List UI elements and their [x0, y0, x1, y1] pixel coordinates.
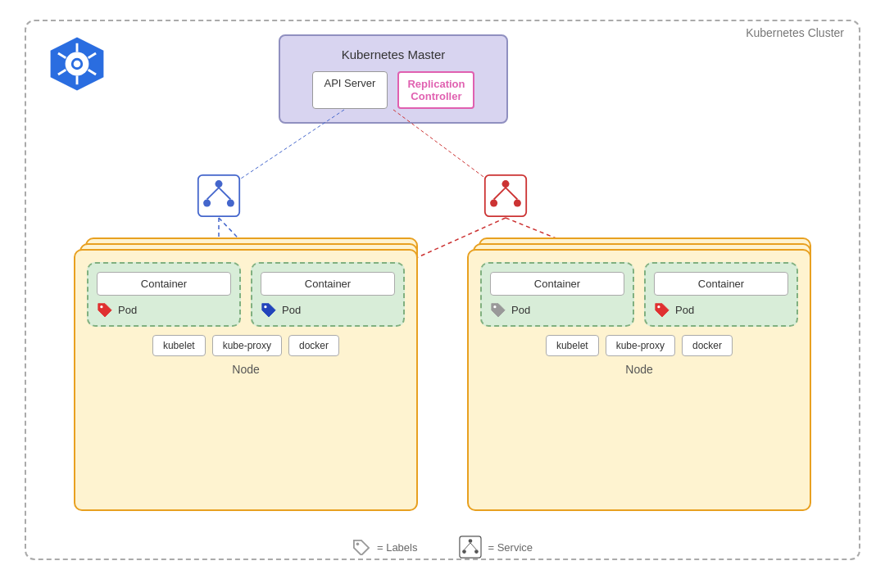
svg-point-9	[74, 61, 81, 68]
pod-label-text-left-2: Pod	[282, 304, 301, 316]
pod-right-2: Container Pod	[644, 262, 798, 327]
legend-service-icon	[458, 536, 481, 559]
node-left-stack: Container Pod Container	[74, 249, 418, 511]
legend-labels: = Labels	[352, 539, 418, 555]
pods-row-right: Container Pod Container	[480, 262, 798, 327]
container-right-1: Container	[490, 272, 624, 296]
svg-point-32	[493, 305, 496, 308]
pod-label-left-2: Pod	[261, 302, 395, 317]
pod-label-text-right-2: Pod	[675, 304, 694, 316]
master-title: Kubernetes Master	[293, 47, 493, 61]
svg-point-31	[264, 305, 266, 308]
pod-left-1: Container Pod	[87, 262, 241, 327]
tag-icon-red	[97, 302, 113, 317]
pods-row-left: Container Pod Container	[87, 262, 405, 327]
system-row-left: kubelet kube-proxy docker	[87, 335, 405, 356]
svg-point-36	[468, 539, 472, 543]
container-left-2: Container	[261, 272, 395, 296]
api-server-box: API Server	[312, 71, 388, 109]
system-row-right: kubelet kube-proxy docker	[480, 335, 798, 356]
cluster-label: Kubernetes Cluster	[746, 26, 844, 39]
tag-icon-blue	[261, 302, 277, 317]
kube-proxy-right: kube-proxy	[606, 335, 675, 356]
docker-right: docker	[682, 335, 733, 356]
container-right-2: Container	[654, 272, 788, 296]
legend: = Labels = Service	[352, 536, 533, 559]
node-right-stack: Container Pod Container	[467, 249, 811, 511]
nodes-row: Container Pod Container	[41, 249, 844, 511]
svg-point-18	[203, 200, 211, 207]
tag-icon-gray	[490, 302, 506, 317]
svg-point-37	[462, 550, 466, 554]
docker-left: docker	[288, 335, 339, 356]
service-icon-blue	[197, 174, 241, 218]
node-right-box: Container Pod Container	[467, 249, 811, 511]
svg-point-33	[657, 305, 660, 308]
pod-label-text-left-1: Pod	[118, 304, 137, 316]
legend-labels-text: = Labels	[377, 541, 418, 554]
legend-service-text: = Service	[488, 541, 533, 554]
kubelet-right: kubelet	[546, 335, 599, 356]
svg-point-34	[356, 543, 360, 546]
container-left-1: Container	[97, 272, 231, 296]
master-inner: API Server ReplicationController	[293, 71, 493, 109]
kubelet-left: kubelet	[152, 335, 206, 356]
service-icon-red	[483, 174, 528, 218]
pod-right-1: Container Pod	[480, 262, 634, 327]
diagram-container: Kubernetes Cluster Kubernetes Master API…	[16, 11, 869, 577]
legend-service: = Service	[458, 536, 533, 559]
svg-point-30	[100, 305, 102, 308]
k8s-logo	[48, 34, 107, 93]
kube-proxy-left: kube-proxy	[212, 335, 282, 356]
pod-label-text-right-1: Pod	[511, 304, 530, 316]
master-box: Kubernetes Master API Server Replication…	[279, 34, 508, 124]
svg-point-38	[474, 550, 479, 554]
legend-tag-icon	[352, 539, 370, 555]
pod-label-right-1: Pod	[490, 302, 624, 317]
node-right-label: Node	[480, 363, 798, 376]
svg-point-26	[514, 200, 521, 207]
tag-icon-red-2	[654, 302, 670, 317]
node-left-label: Node	[87, 363, 405, 376]
pod-label-left-1: Pod	[97, 302, 231, 317]
node-left-box: Container Pod Container	[74, 249, 418, 511]
replication-controller-box: ReplicationController	[397, 71, 474, 109]
pod-left-2: Container Pod	[251, 262, 405, 327]
svg-point-19	[227, 200, 234, 207]
pod-label-right-2: Pod	[654, 302, 788, 317]
svg-point-25	[490, 200, 497, 207]
